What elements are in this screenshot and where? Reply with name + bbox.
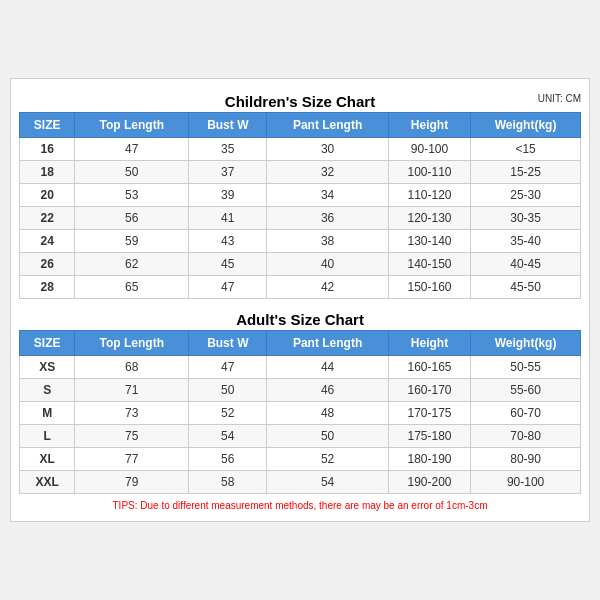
adult-col-height: Height [388,331,470,356]
table-cell: 56 [75,207,189,230]
table-cell: 68 [75,356,189,379]
table-cell: 22 [20,207,75,230]
table-cell: 120-130 [388,207,470,230]
table-cell: 15-25 [471,161,581,184]
table-cell: XS [20,356,75,379]
table-cell: 170-175 [388,402,470,425]
table-cell: 47 [189,356,267,379]
table-cell: <15 [471,138,581,161]
table-cell: 44 [267,356,389,379]
table-cell: L [20,425,75,448]
table-cell: 73 [75,402,189,425]
table-cell: 45 [189,253,267,276]
table-cell: 35-40 [471,230,581,253]
table-cell: 110-120 [388,184,470,207]
table-cell: 43 [189,230,267,253]
table-cell: 80-90 [471,448,581,471]
table-cell: 54 [267,471,389,494]
table-row: 18503732100-11015-25 [20,161,581,184]
adult-col-top-length: Top Length [75,331,189,356]
table-cell: 50 [189,379,267,402]
table-cell: 30-35 [471,207,581,230]
table-cell: 46 [267,379,389,402]
table-row: XS684744160-16550-55 [20,356,581,379]
children-table: SIZE Top Length Bust W Pant Length Heigh… [19,112,581,299]
table-cell: 39 [189,184,267,207]
table-cell: 59 [75,230,189,253]
table-cell: 42 [267,276,389,299]
adult-col-size: SIZE [20,331,75,356]
table-cell: XXL [20,471,75,494]
adult-title: Adult's Size Chart [19,305,581,330]
table-cell: 54 [189,425,267,448]
table-cell: 71 [75,379,189,402]
table-cell: 160-165 [388,356,470,379]
table-cell: 150-160 [388,276,470,299]
table-cell: 50-55 [471,356,581,379]
table-cell: 160-170 [388,379,470,402]
col-top-length: Top Length [75,113,189,138]
table-cell: 45-50 [471,276,581,299]
col-bust: Bust W [189,113,267,138]
table-cell: 50 [267,425,389,448]
table-cell: 52 [189,402,267,425]
table-cell: 25-30 [471,184,581,207]
table-cell: 90-100 [388,138,470,161]
table-row: 28654742150-16045-50 [20,276,581,299]
table-cell: S [20,379,75,402]
table-cell: 34 [267,184,389,207]
col-height: Height [388,113,470,138]
table-cell: 24 [20,230,75,253]
children-title-text: Children's Size Chart [225,93,375,110]
tips-text: TIPS: Due to different measurement metho… [19,494,581,513]
table-cell: 38 [267,230,389,253]
table-cell: 40-45 [471,253,581,276]
table-cell: 53 [75,184,189,207]
table-cell: 190-200 [388,471,470,494]
table-row: L755450175-18070-80 [20,425,581,448]
table-cell: 180-190 [388,448,470,471]
table-row: 1647353090-100<15 [20,138,581,161]
table-cell: 77 [75,448,189,471]
table-cell: 41 [189,207,267,230]
table-row: M735248170-17560-70 [20,402,581,425]
table-row: 24594338130-14035-40 [20,230,581,253]
table-cell: 175-180 [388,425,470,448]
table-cell: 56 [189,448,267,471]
adult-header-row: SIZE Top Length Bust W Pant Length Heigh… [20,331,581,356]
table-cell: 50 [75,161,189,184]
table-cell: 140-150 [388,253,470,276]
adult-col-bust: Bust W [189,331,267,356]
children-header-row: SIZE Top Length Bust W Pant Length Heigh… [20,113,581,138]
table-cell: 65 [75,276,189,299]
table-cell: 47 [75,138,189,161]
table-cell: 100-110 [388,161,470,184]
table-cell: 62 [75,253,189,276]
table-row: 20533934110-12025-30 [20,184,581,207]
table-cell: 130-140 [388,230,470,253]
table-cell: 58 [189,471,267,494]
table-cell: 32 [267,161,389,184]
table-row: XXL795854190-20090-100 [20,471,581,494]
table-cell: 35 [189,138,267,161]
table-cell: 40 [267,253,389,276]
table-cell: 16 [20,138,75,161]
table-row: 26624540140-15040-45 [20,253,581,276]
table-cell: 28 [20,276,75,299]
col-pant-length: Pant Length [267,113,389,138]
table-cell: 26 [20,253,75,276]
table-cell: 52 [267,448,389,471]
table-cell: 70-80 [471,425,581,448]
adult-title-text: Adult's Size Chart [236,311,364,328]
adult-table: SIZE Top Length Bust W Pant Length Heigh… [19,330,581,494]
table-row: S715046160-17055-60 [20,379,581,402]
adult-col-pant-length: Pant Length [267,331,389,356]
table-cell: 90-100 [471,471,581,494]
table-cell: XL [20,448,75,471]
table-cell: 55-60 [471,379,581,402]
table-cell: 36 [267,207,389,230]
table-cell: 20 [20,184,75,207]
children-title: Children's Size Chart UNIT: CM [19,87,581,112]
col-size: SIZE [20,113,75,138]
col-weight: Weight(kg) [471,113,581,138]
